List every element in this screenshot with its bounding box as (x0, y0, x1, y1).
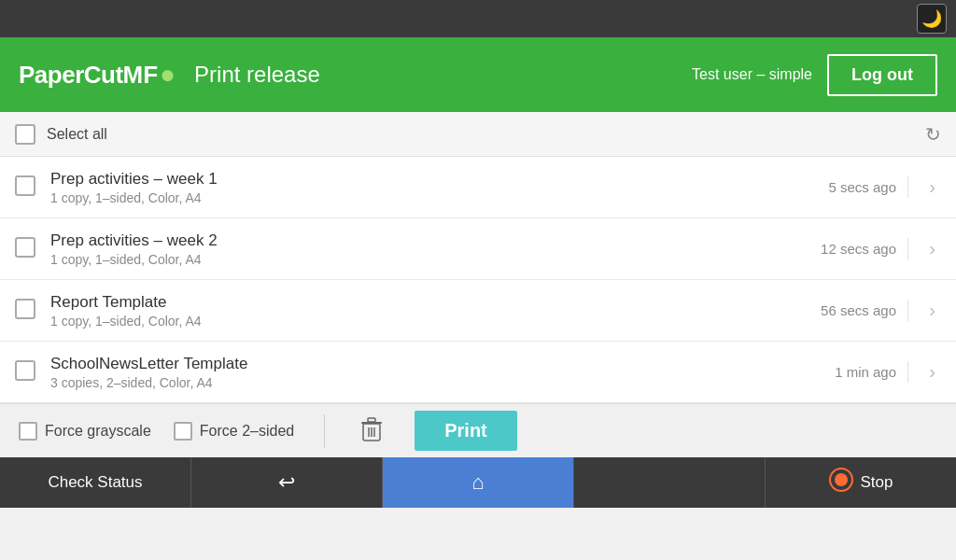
home-nav[interactable]: ⌂ (383, 457, 574, 508)
back-icon: ↩ (278, 470, 295, 495)
stop-icon (829, 468, 853, 497)
job-time-2: 12 secs ago (821, 241, 896, 257)
job-details-2: 1 copy, 1–sided, Color, A4 (50, 252, 821, 267)
job-details-4: 3 copies, 2–sided, Color, A4 (50, 375, 835, 390)
job-info-4: SchoolNewsLetter Template 3 copies, 2–si… (50, 355, 835, 390)
table-row[interactable]: Prep activities – week 1 1 copy, 1–sided… (0, 157, 956, 218)
job-chevron-2[interactable]: › (907, 238, 941, 259)
check-status-label: Check Status (48, 473, 142, 492)
job-title-1: Prep activities – week 1 (50, 170, 828, 189)
select-all-label: Select all (47, 126, 107, 143)
print-button[interactable]: Print (415, 411, 517, 451)
job-details-1: 1 copy, 1–sided, Color, A4 (50, 190, 828, 205)
job-title-4: SchoolNewsLetter Template (50, 355, 835, 373)
header: PaperCut MF ● Print release Test user – … (0, 37, 956, 112)
job-list: Prep activities – week 1 1 copy, 1–sided… (0, 157, 956, 403)
bottom-toolbar: Force grayscale Force 2–sided Print (0, 403, 956, 457)
empty-nav-1 (574, 457, 766, 508)
table-row[interactable]: SchoolNewsLetter Template 3 copies, 2–si… (0, 342, 956, 403)
back-nav[interactable]: ↩ (191, 457, 383, 508)
job-time-1: 5 secs ago (828, 179, 896, 195)
force-2sided-checkbox[interactable] (174, 422, 192, 441)
force-2sided-option[interactable]: Force 2–sided (174, 422, 294, 441)
logo-dot: ● (160, 60, 176, 90)
toolbar-divider (324, 414, 325, 448)
job-chevron-3[interactable]: › (907, 300, 941, 321)
select-all-checkbox[interactable] (15, 124, 35, 145)
trash-icon (360, 416, 383, 442)
refresh-button[interactable]: ↻ (925, 123, 941, 146)
job-chevron-1[interactable]: › (907, 176, 941, 198)
job-title-2: Prep activities – week 2 (50, 231, 821, 250)
bottom-nav: Check Status ↩ ⌂ Stop (0, 457, 956, 508)
select-all-row: Select all ↻ (0, 112, 956, 157)
force-grayscale-checkbox[interactable] (19, 422, 37, 441)
logo-mf: MF (123, 61, 159, 90)
job-info-3: Report Template 1 copy, 1–sided, Color, … (50, 293, 821, 329)
job-info-1: Prep activities – week 1 1 copy, 1–sided… (50, 170, 828, 205)
svg-point-7 (835, 473, 848, 486)
page-title: Print release (194, 62, 320, 88)
delete-button[interactable] (355, 411, 388, 451)
table-row[interactable]: Report Template 1 copy, 1–sided, Color, … (0, 280, 956, 342)
job-checkbox-1[interactable] (15, 175, 35, 196)
user-name: Test user – simple (692, 66, 812, 83)
stop-label: Stop (861, 473, 893, 492)
logout-button[interactable]: Log out (827, 54, 937, 96)
top-bar: 🌙 (0, 0, 956, 37)
job-chevron-4[interactable]: › (907, 361, 941, 383)
force-2sided-label: Force 2–sided (200, 423, 294, 440)
force-grayscale-label: Force grayscale (45, 423, 151, 440)
job-title-3: Report Template (50, 293, 821, 312)
job-checkbox-3[interactable] (15, 299, 35, 319)
force-grayscale-option[interactable]: Force grayscale (19, 422, 151, 441)
stop-nav[interactable]: Stop (766, 457, 956, 508)
job-checkbox-2[interactable] (15, 237, 35, 258)
moon-icon: 🌙 (921, 8, 942, 29)
home-icon: ⌂ (471, 470, 484, 495)
header-right: Test user – simple Log out (692, 54, 937, 96)
job-details-3: 1 copy, 1–sided, Color, A4 (50, 314, 821, 329)
logo-area: PaperCut MF ● (19, 60, 176, 90)
job-time-4: 1 min ago (835, 364, 896, 380)
svg-rect-1 (368, 418, 375, 422)
job-info-2: Prep activities – week 2 1 copy, 1–sided… (50, 231, 821, 267)
job-checkbox-4[interactable] (15, 360, 35, 381)
check-status-nav[interactable]: Check Status (0, 457, 191, 508)
dark-mode-button[interactable]: 🌙 (917, 4, 947, 34)
table-row[interactable]: Prep activities – week 2 1 copy, 1–sided… (0, 218, 956, 280)
job-time-3: 56 secs ago (821, 302, 896, 318)
logo-papercut: PaperCut (19, 61, 123, 90)
